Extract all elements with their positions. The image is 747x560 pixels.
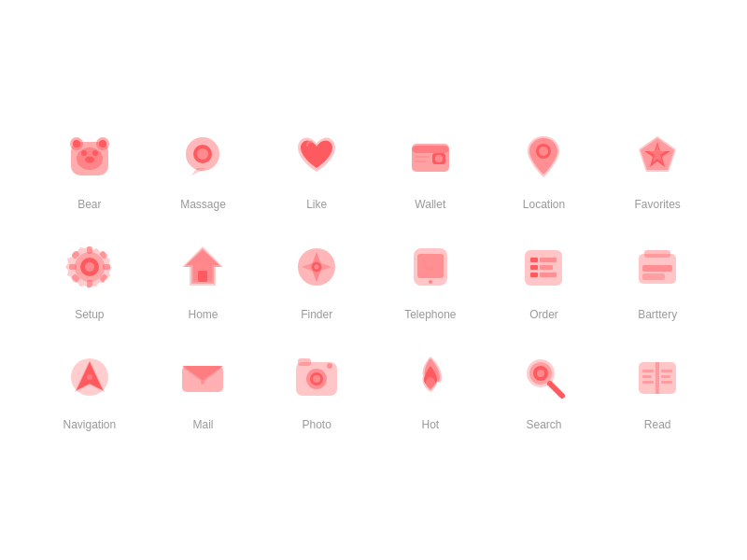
- location-icon-item[interactable]: Location: [492, 129, 597, 211]
- hot-label: Hot: [421, 418, 439, 431]
- bear-label: Bear: [78, 198, 101, 211]
- svg-rect-54: [530, 273, 538, 277]
- photo-icon: [289, 349, 345, 409]
- finder-label: Finder: [301, 308, 332, 321]
- svg-rect-29: [69, 264, 77, 270]
- svg-rect-71: [298, 358, 311, 366]
- location-icon: [515, 129, 571, 189]
- finder-icon: [289, 239, 345, 299]
- svg-rect-83: [642, 381, 654, 384]
- svg-point-9: [85, 157, 94, 163]
- search-icon: [515, 349, 571, 409]
- setup-icon-item[interactable]: Setup: [37, 239, 142, 321]
- hot-icon-item[interactable]: Hot: [378, 349, 483, 431]
- massage-icon-item[interactable]: Massage: [151, 129, 256, 211]
- svg-rect-58: [642, 265, 672, 272]
- svg-point-5: [99, 140, 106, 147]
- svg-rect-80: [655, 362, 659, 394]
- svg-rect-38: [195, 263, 202, 269]
- favorites-icon: [629, 129, 685, 189]
- mail-icon-item[interactable]: Mail: [151, 349, 256, 431]
- svg-point-19: [435, 155, 443, 162]
- svg-point-66: [201, 381, 204, 385]
- svg-point-45: [315, 265, 319, 270]
- svg-rect-39: [204, 263, 210, 269]
- order-icon: [515, 239, 571, 299]
- finder-icon-item[interactable]: Finder: [264, 239, 369, 321]
- svg-rect-17: [412, 144, 449, 153]
- svg-point-72: [327, 363, 332, 369]
- svg-rect-50: [530, 258, 538, 262]
- navigation-icon: [62, 349, 118, 409]
- favorites-label: Favorites: [634, 198, 680, 211]
- like-label: Like: [306, 198, 327, 211]
- read-icon: [629, 349, 685, 409]
- svg-point-36: [85, 262, 94, 272]
- telephone-icon: [402, 239, 458, 299]
- svg-rect-51: [540, 258, 557, 262]
- svg-rect-55: [540, 273, 557, 277]
- svg-point-73: [426, 377, 435, 388]
- telephone-icon-item[interactable]: Telephone: [378, 239, 483, 321]
- order-icon-item[interactable]: Order: [492, 239, 597, 321]
- barttery-icon: [629, 239, 685, 299]
- home-icon-item[interactable]: Home: [151, 239, 256, 321]
- favorites-icon-item[interactable]: Favorites: [605, 129, 710, 211]
- home-label: Home: [188, 308, 218, 321]
- svg-rect-82: [642, 375, 652, 378]
- like-icon: [289, 129, 345, 189]
- svg-marker-12: [191, 168, 206, 175]
- svg-rect-28: [87, 280, 92, 287]
- svg-rect-37: [198, 271, 207, 282]
- read-label: Read: [644, 418, 671, 431]
- svg-rect-81: [642, 370, 654, 372]
- svg-point-7: [81, 150, 87, 156]
- svg-rect-27: [87, 246, 92, 254]
- icon-grid: Bear Massage: [0, 91, 747, 469]
- svg-point-4: [73, 140, 80, 147]
- bear-icon-item[interactable]: Bear: [37, 129, 142, 211]
- svg-point-63: [87, 374, 92, 380]
- home-icon: [175, 239, 231, 299]
- svg-rect-85: [661, 375, 670, 378]
- svg-rect-52: [530, 265, 538, 270]
- photo-label: Photo: [302, 418, 331, 431]
- like-icon-item[interactable]: Like: [264, 129, 369, 211]
- massage-icon: [175, 129, 231, 189]
- svg-rect-59: [642, 273, 665, 280]
- barttery-label: Barttery: [638, 308, 677, 321]
- navigation-label: Navigation: [63, 418, 116, 431]
- read-icon-item[interactable]: Read: [605, 349, 710, 431]
- mail-label: Mail: [192, 418, 213, 431]
- wallet-icon-item[interactable]: Wallet: [378, 129, 483, 211]
- location-label: Location: [523, 198, 565, 211]
- search-label: Search: [526, 418, 561, 431]
- svg-rect-57: [644, 250, 670, 258]
- svg-line-76: [550, 384, 562, 396]
- wallet-icon: [402, 129, 458, 189]
- photo-icon-item[interactable]: Photo: [264, 349, 369, 431]
- hot-icon: [402, 349, 458, 409]
- navigation-icon-item[interactable]: Navigation: [37, 349, 142, 431]
- setup-icon: [62, 239, 118, 299]
- wallet-label: Wallet: [415, 198, 445, 211]
- svg-point-8: [92, 150, 98, 156]
- massage-label: Massage: [180, 198, 226, 211]
- barttery-icon-item[interactable]: Barttery: [605, 239, 710, 321]
- telephone-label: Telephone: [404, 308, 456, 321]
- svg-rect-84: [661, 370, 672, 372]
- bear-icon: [62, 129, 118, 189]
- svg-point-14: [197, 148, 208, 160]
- svg-point-70: [313, 375, 320, 383]
- svg-point-23: [539, 147, 548, 156]
- svg-point-78: [537, 370, 544, 377]
- setup-label: Setup: [75, 308, 104, 321]
- order-label: Order: [529, 308, 558, 321]
- svg-rect-53: [540, 265, 553, 270]
- svg-point-48: [429, 280, 432, 284]
- svg-rect-86: [661, 381, 672, 384]
- search-icon-item[interactable]: Search: [492, 349, 597, 431]
- mail-icon: [175, 349, 231, 409]
- svg-rect-30: [103, 264, 110, 270]
